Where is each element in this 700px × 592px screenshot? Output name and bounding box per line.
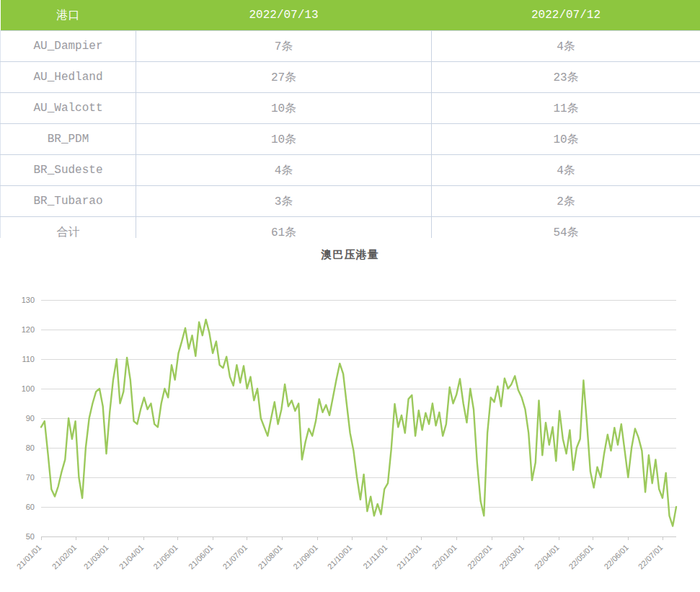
count-cell-date-2: 23条 — [432, 62, 700, 93]
table-row: AU_Dampier7条4条 — [1, 31, 700, 62]
x-axis-tick-label: 21/10/01 — [326, 543, 354, 571]
x-axis-tick-label: 21/02/01 — [50, 543, 79, 571]
table-row: BR_PDM10条10条 — [1, 124, 700, 155]
y-axis-tick-label: 50 — [26, 532, 35, 541]
count-cell-date-2: 2条 — [432, 186, 700, 217]
count-cell-date-2: 4条 — [432, 155, 700, 186]
port-name-cell: BR_Sudeste — [1, 155, 136, 186]
y-axis-tick-label: 110 — [22, 355, 35, 363]
x-axis-tick-label: 22/06/01 — [602, 543, 630, 571]
x-axis-tick-label: 21/07/01 — [221, 543, 249, 571]
x-axis-tick-label: 21/04/01 — [118, 543, 146, 571]
y-axis-tick-label: 70 — [26, 473, 35, 482]
table-body: AU_Dampier7条4条AU_Hedland27条23条AU_Walcott… — [1, 31, 700, 248]
port-name-cell: BR_PDM — [1, 124, 136, 155]
column-header-date-1: 2022/07/13 — [136, 0, 432, 31]
column-header-date-2: 2022/07/12 — [432, 0, 700, 31]
count-cell-date-1: 27条 — [136, 62, 432, 93]
x-axis-tick-label: 21/05/01 — [151, 543, 180, 571]
x-axis-tick-label: 22/02/01 — [466, 543, 494, 571]
port-name-cell: BR_Tubarao — [1, 186, 136, 217]
x-axis-tick-label: 22/07/01 — [637, 543, 665, 571]
x-axis-tick-label: 21/09/01 — [291, 543, 319, 571]
y-axis-tick-label: 80 — [26, 443, 35, 452]
x-axis-tick-label: 21/03/01 — [82, 543, 110, 571]
port-status-table: 港口 2022/07/13 2022/07/12 AU_Dampier7条4条A… — [0, 0, 700, 248]
x-axis-tick-label: 21/06/01 — [187, 543, 215, 571]
port-name-cell: AU_Hedland — [1, 62, 136, 93]
x-axis-tick-label: 22/04/01 — [533, 543, 561, 571]
count-cell-date-1: 10条 — [136, 124, 432, 155]
count-cell-date-1: 3条 — [136, 186, 432, 217]
y-axis-tick-label: 130 — [22, 296, 35, 304]
port-name-cell: AU_Walcott — [1, 93, 136, 124]
table-header-row: 港口 2022/07/13 2022/07/12 — [1, 0, 700, 31]
table-row: BR_Sudeste4条4条 — [1, 155, 700, 186]
port-name-cell: AU_Dampier — [1, 31, 136, 62]
x-axis-tick-label: 21/11/01 — [361, 543, 389, 570]
x-axis-tick-label: 21/08/01 — [256, 543, 284, 571]
count-cell-date-2: 4条 — [432, 31, 700, 62]
x-axis-tick-label: 22/03/01 — [497, 543, 526, 571]
x-axis-tick-label: 21/01/01 — [15, 543, 43, 571]
table-row: BR_Tubarao3条2条 — [1, 186, 700, 217]
x-axis-tick-label: 22/01/01 — [430, 543, 458, 571]
congestion-chart-panel: 澳巴压港量 506070809010011012013021/01/0121/0… — [0, 238, 700, 592]
x-axis-tick-label: 21/12/01 — [395, 543, 423, 571]
table-row: AU_Hedland27条23条 — [1, 62, 700, 93]
table-row: AU_Walcott10条11条 — [1, 93, 700, 124]
y-axis-tick-label: 90 — [26, 414, 35, 423]
y-axis-tick-label: 60 — [26, 503, 35, 511]
count-cell-date-2: 10条 — [432, 124, 700, 155]
x-axis-tick-label: 22/05/01 — [567, 543, 595, 571]
count-cell-date-1: 7条 — [136, 31, 432, 62]
line-chart: 506070809010011012013021/01/0121/02/0121… — [0, 238, 700, 592]
congestion-series-line — [41, 319, 676, 526]
y-axis-tick-label: 100 — [22, 384, 35, 393]
count-cell-date-2: 11条 — [432, 93, 700, 124]
count-cell-date-1: 10条 — [136, 93, 432, 124]
column-header-port: 港口 — [1, 0, 136, 31]
count-cell-date-1: 4条 — [136, 155, 432, 186]
y-axis-tick-label: 120 — [22, 325, 35, 334]
